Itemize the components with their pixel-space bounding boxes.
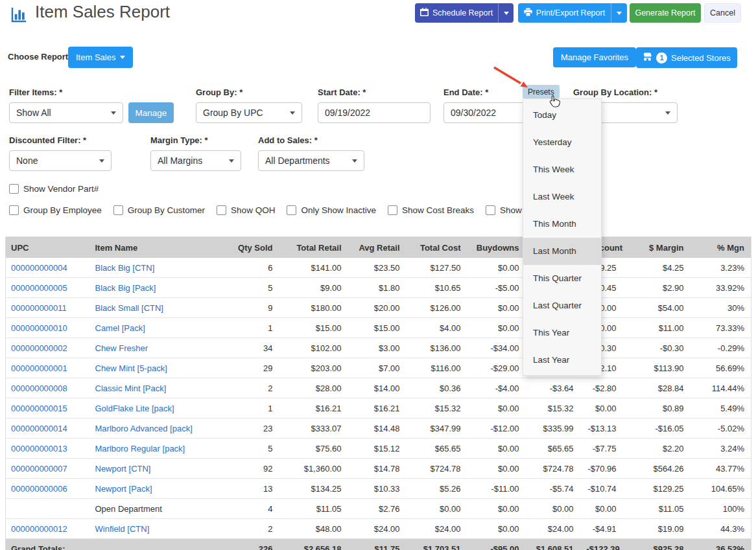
presets-menu-item[interactable]: This Quarter bbox=[523, 265, 601, 292]
upc-link[interactable]: 000000000015 bbox=[11, 404, 67, 413]
filter-items-select[interactable]: Show All bbox=[9, 102, 123, 123]
cell: $15.12 bbox=[348, 439, 407, 459]
checkbox-box[interactable] bbox=[287, 205, 296, 215]
print-export-dropdown-toggle[interactable] bbox=[611, 3, 627, 23]
column-header: Total Cost bbox=[407, 237, 467, 258]
margin-type-select[interactable]: All Margins bbox=[150, 150, 241, 171]
upc-link[interactable]: 000000000012 bbox=[11, 524, 67, 534]
presets-menu-item[interactable]: Last Year bbox=[523, 347, 601, 374]
upc-link[interactable]: 000000000008 bbox=[11, 384, 67, 393]
cancel-button[interactable]: Cancel bbox=[704, 3, 741, 23]
selected-stores-button[interactable]: 1 Selected Stores bbox=[636, 47, 737, 68]
add-to-sales-select[interactable]: All Departments bbox=[258, 150, 364, 171]
cell: 9 bbox=[228, 298, 279, 318]
manage-favorites-button[interactable]: Manage Favorites bbox=[553, 47, 636, 67]
upc-link[interactable]: 000000000001 bbox=[11, 363, 67, 373]
presets-menu-item[interactable]: This Year bbox=[523, 319, 601, 347]
cell: 43.77% bbox=[691, 459, 751, 479]
checkbox-row: Group By EmployeeGroup By CustomerShow Q… bbox=[9, 205, 574, 215]
checkbox-show-vendor-part[interactable]: Show Vendor Part# bbox=[9, 184, 99, 194]
item-name-cell: Marlboro Regular [pack] bbox=[90, 439, 228, 459]
report-type-dropdown[interactable]: Item Sales bbox=[68, 47, 133, 68]
cell: $0.00 bbox=[467, 519, 526, 539]
cell: 114.44% bbox=[691, 378, 751, 398]
presets-menu-item[interactable]: Last Month bbox=[523, 238, 601, 265]
upc-link[interactable]: 000000000011 bbox=[11, 303, 67, 313]
item-name-link[interactable]: Marlboro Regular [pack] bbox=[95, 444, 185, 453]
cell: 5 bbox=[228, 439, 279, 459]
cell: $203.00 bbox=[279, 358, 348, 378]
start-date-input[interactable] bbox=[318, 102, 431, 123]
cell: $0.00 bbox=[467, 459, 526, 479]
checkbox-box[interactable] bbox=[486, 205, 495, 215]
upc-link[interactable]: 000000000010 bbox=[11, 323, 67, 333]
item-name-link[interactable]: Black Big [CTN] bbox=[95, 263, 155, 273]
item-name-cell: Black Big [Pack] bbox=[90, 278, 228, 298]
item-name-link[interactable]: Black Big [Pack] bbox=[95, 283, 156, 293]
presets-menu-item[interactable]: Today bbox=[523, 102, 601, 129]
item-name-link[interactable]: Classic Mint [Pack] bbox=[95, 384, 167, 393]
cell: -$12.00 bbox=[467, 418, 526, 439]
checkbox-label: Group By Customer bbox=[128, 205, 205, 215]
print-export-report-button[interactable]: Print/Export Report bbox=[518, 3, 627, 23]
discounted-filter-select[interactable]: None bbox=[9, 150, 112, 171]
item-name-link[interactable]: GoldFlake Lite [pack] bbox=[95, 404, 174, 413]
item-name-link[interactable]: Marlboro Advanced [pack] bbox=[95, 424, 193, 433]
checkbox-show-cost-breaks[interactable]: Show Cost Breaks bbox=[388, 205, 474, 215]
upc-link[interactable]: 000000000014 bbox=[11, 424, 67, 433]
column-header: $ Margin bbox=[623, 237, 691, 258]
checkbox-box[interactable] bbox=[9, 205, 19, 215]
upc-link[interactable]: 000000000004 bbox=[11, 263, 67, 273]
presets-menu-item[interactable]: Last Quarter bbox=[523, 292, 601, 319]
item-name-cell: Chew Fresher bbox=[90, 338, 228, 358]
item-name-link[interactable]: Black Small [CTN] bbox=[95, 303, 163, 313]
checkbox-show-qoh[interactable]: Show QOH bbox=[217, 205, 275, 215]
cell: $116.00 bbox=[407, 358, 467, 378]
generate-report-button[interactable]: Generate Report bbox=[630, 3, 701, 23]
grand-total-cell: -$122.39 bbox=[580, 539, 623, 550]
presets-menu-item[interactable]: This Month bbox=[523, 211, 601, 238]
item-name-link[interactable]: Chew Fresher bbox=[95, 343, 148, 353]
cell: $24.00 bbox=[407, 519, 467, 539]
calendar-icon bbox=[420, 8, 429, 18]
item-name-link[interactable]: Newport [CTN] bbox=[95, 464, 151, 474]
item-name-link[interactable]: Newport [Pack] bbox=[95, 484, 152, 494]
item-name-link[interactable]: Chew Mint [5-pack] bbox=[95, 363, 167, 373]
checkbox-only-show-inactive[interactable]: Only Show Inactive bbox=[287, 205, 376, 215]
item-name-link[interactable]: Camel [Pack] bbox=[95, 323, 145, 333]
cell: $15.32 bbox=[407, 398, 467, 418]
presets-button[interactable]: Presets bbox=[523, 85, 560, 98]
checkbox-box[interactable] bbox=[388, 205, 397, 215]
checkbox-group-by-employee[interactable]: Group By Employee bbox=[9, 205, 102, 215]
upc-link[interactable]: 000000000007 bbox=[11, 464, 67, 474]
cell: $2.90 bbox=[623, 278, 691, 298]
cell: $126.00 bbox=[407, 298, 467, 318]
cell: $0.89 bbox=[623, 398, 691, 418]
checkbox-box[interactable] bbox=[113, 205, 123, 215]
presets-menu-item[interactable]: This Week bbox=[523, 156, 601, 183]
checkbox-group-by-customer[interactable]: Group By Customer bbox=[113, 205, 205, 215]
cell: $0.00 bbox=[467, 398, 526, 418]
schedule-report-dropdown-toggle[interactable] bbox=[498, 3, 514, 23]
table-row: 000000000006Newport [Pack]13$134.25$10.3… bbox=[6, 479, 751, 499]
item-name-link[interactable]: Winfield [CTN] bbox=[95, 524, 150, 534]
cell: $16.21 bbox=[279, 398, 348, 418]
cell: $48.00 bbox=[279, 519, 348, 539]
upc-cell: 000000000013 bbox=[6, 439, 90, 459]
cell: $335.99 bbox=[526, 418, 580, 439]
checkbox-box[interactable] bbox=[217, 205, 226, 215]
cell: $0.00 bbox=[580, 499, 623, 519]
group-by-select[interactable]: Group By UPC bbox=[196, 102, 302, 123]
upc-link[interactable]: 000000000006 bbox=[11, 484, 67, 494]
presets-menu-item[interactable]: Last Week bbox=[523, 183, 601, 211]
upc-link[interactable]: 000000000005 bbox=[11, 283, 67, 293]
manage-filter-button[interactable]: Manage bbox=[128, 102, 174, 123]
presets-menu: TodayYesterdayThis WeekLast WeekThis Mon… bbox=[523, 98, 602, 376]
schedule-report-button[interactable]: Schedule Report bbox=[415, 3, 514, 23]
presets-menu-item[interactable]: Yesterday bbox=[523, 129, 601, 156]
upc-link[interactable]: 000000000013 bbox=[11, 444, 67, 453]
choose-report-label: Choose Report bbox=[8, 52, 68, 62]
checkbox-box[interactable] bbox=[9, 184, 19, 194]
cell: 23 bbox=[228, 418, 279, 439]
upc-link[interactable]: 000000000002 bbox=[11, 343, 67, 353]
